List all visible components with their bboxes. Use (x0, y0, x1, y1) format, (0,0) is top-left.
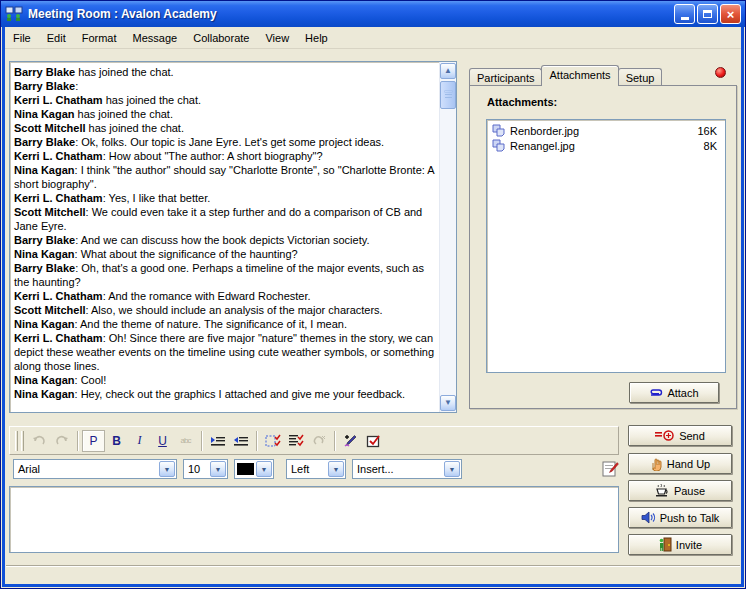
hand-up-icon (650, 457, 663, 471)
minimize-icon (681, 17, 689, 20)
tab-setup[interactable]: Setup (618, 68, 663, 86)
push-to-talk-button-label: Push to Talk (660, 512, 720, 524)
color-swatch (237, 463, 254, 475)
redo-button[interactable] (50, 430, 73, 452)
pause-button[interactable]: Pause (628, 480, 732, 501)
chat-line: Nina Kagan: Cool! (14, 373, 435, 387)
insert-select[interactable]: Insert... ▼ (352, 459, 462, 479)
chat-line: Barry Blake: Ok, folks. Our topic is Jan… (14, 135, 435, 149)
chevron-down-icon: ▼ (256, 461, 272, 477)
menu-item[interactable]: Edit (39, 29, 74, 47)
mark-selection-button[interactable] (261, 430, 284, 452)
mark-list-button[interactable] (284, 430, 307, 452)
chat-line: Kerri L. Chatham: Yes, I like that bette… (14, 191, 435, 205)
mark-list-icon (288, 434, 304, 448)
mark-selection-icon (265, 434, 281, 448)
undo-icon (32, 435, 46, 447)
text-style-button[interactable]: I (128, 430, 151, 452)
text-style-button[interactable]: B (105, 430, 128, 452)
tab-participants[interactable]: Participants (469, 68, 542, 86)
chat-scrollbar[interactable]: ▲ ▼ (439, 62, 456, 412)
invite-button[interactable]: Invite (628, 534, 732, 555)
indent-increase-icon (210, 435, 226, 447)
push-to-talk-speaker-icon (641, 511, 656, 524)
message-input[interactable] (9, 486, 619, 553)
scroll-up-button[interactable]: ▲ (440, 63, 456, 79)
paperclip-icon (649, 388, 663, 398)
pause-button-label: Pause (674, 485, 705, 497)
chat-line: Nina Kagan has joined the chat. (14, 107, 435, 121)
checkbox-button[interactable] (362, 430, 385, 452)
tab-attachments[interactable]: Attachments (541, 65, 618, 86)
indent-decrease-icon (233, 435, 249, 447)
window-title: Meeting Room : Avalon Academy (28, 7, 217, 21)
minimize-button[interactable] (674, 4, 695, 24)
maximize-icon (703, 10, 712, 18)
menu-item[interactable]: Message (125, 29, 186, 47)
undo-button[interactable] (27, 430, 50, 452)
chat-line: Barry Blake: And we can discuss how the … (14, 233, 435, 247)
alignment-select[interactable]: Left ▼ (286, 459, 346, 479)
scroll-up-icon: ▲ (444, 67, 452, 75)
attachments-panel: Attachments: Renborder.jpg 16K (469, 85, 737, 409)
attachment-row[interactable]: Renborder.jpg 16K (489, 123, 723, 138)
attachment-note-icon (491, 139, 507, 152)
chat-line: Kerri L. Chatham: And the romance with E… (14, 289, 435, 303)
toolbar-separator (334, 431, 335, 451)
chat-line: Scott Mitchell: Also, we should include … (14, 303, 435, 317)
clear-marks-button[interactable] (307, 430, 330, 452)
chat-line: Nina Kagan: Hey, check out the graphics … (14, 387, 435, 401)
text-style-button[interactable]: P (82, 430, 105, 452)
redo-icon (55, 435, 69, 447)
chat-line: Barry Blake: Oh, that's a good one. Perh… (14, 261, 435, 289)
insert-value: Insert... (357, 463, 394, 475)
attachments-heading: Attachments: (487, 96, 557, 108)
text-style-group: P B I U abc (82, 430, 197, 452)
menu-item[interactable]: File (5, 29, 39, 47)
attachment-row[interactable]: Renangel.jpg 8K (489, 138, 723, 153)
scrollbar-thumb[interactable] (440, 81, 456, 109)
toolbar-grip2 (21, 431, 24, 451)
attachments-list[interactable]: Renborder.jpg 16K Renangel.jpg 8K (486, 119, 726, 373)
attachment-size: 16K (697, 125, 723, 137)
push-to-talk-button[interactable]: Push to Talk (628, 507, 732, 528)
send-button[interactable]: Send (628, 425, 732, 446)
scroll-down-button[interactable]: ▼ (440, 395, 456, 411)
attach-button-label: Attach (667, 387, 698, 399)
chat-line: Nina Kagan: What about the significance … (14, 247, 435, 261)
attachment-name: Renborder.jpg (510, 125, 697, 137)
toolbar-grip[interactable] (15, 431, 18, 451)
status-bar (6, 565, 740, 578)
chat-line: Kerri L. Chatham: How about "The author:… (14, 149, 435, 163)
chevron-down-icon: ▼ (159, 461, 175, 477)
menu-item[interactable]: Format (74, 29, 125, 47)
text-style-button[interactable]: abc (174, 430, 197, 452)
chevron-down-icon: ▼ (444, 461, 460, 477)
hand-up-button[interactable]: Hand Up (628, 453, 732, 474)
font-family-select[interactable]: Arial ▼ (13, 459, 177, 479)
hand-up-button-label: Hand Up (667, 458, 710, 470)
attach-button[interactable]: Attach (629, 382, 719, 403)
chat-transcript[interactable]: Barry Blake has joined the chat.Barry Bl… (9, 61, 457, 413)
text-style-button[interactable]: U (151, 430, 174, 452)
edit-note-icon[interactable] (601, 459, 621, 479)
chat-line: Barry Blake has joined the chat. (14, 65, 435, 79)
font-family-value: Arial (18, 463, 40, 475)
font-size-value: 10 (188, 463, 200, 475)
menu-item[interactable]: View (257, 29, 297, 47)
checkbox-icon (366, 434, 381, 448)
attachment-name: Renangel.jpg (510, 140, 704, 152)
font-size-select[interactable]: 10 ▼ (183, 459, 228, 479)
add-annotation-button[interactable] (339, 430, 362, 452)
indent-increase-button[interactable] (206, 430, 229, 452)
close-button[interactable]: × (720, 4, 741, 24)
indent-decrease-button[interactable] (229, 430, 252, 452)
add-annotation-icon (343, 434, 358, 448)
attachment-note-icon (491, 124, 507, 137)
menu-item[interactable]: Collaborate (185, 29, 257, 47)
font-color-select[interactable]: ▼ (234, 459, 274, 479)
attachment-size: 8K (704, 140, 723, 152)
invite-person-door-icon (658, 537, 672, 552)
menu-item[interactable]: Help (297, 29, 336, 47)
maximize-button[interactable] (697, 4, 718, 24)
